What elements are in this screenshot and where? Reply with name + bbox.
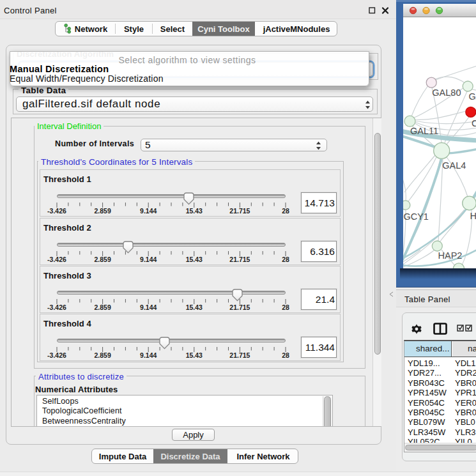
svg-text:HAP2: HAP2 (438, 250, 463, 261)
svg-text:GAL80: GAL80 (432, 88, 461, 98)
svg-text:GAL11: GAL11 (410, 126, 438, 136)
svg-text:GCY1: GCY1 (403, 211, 429, 222)
svg-text:C: C (472, 118, 476, 128)
svg-text:H: H (470, 211, 476, 221)
svg-text:GAL4: GAL4 (442, 160, 466, 171)
svg-text:GA: GA (469, 91, 476, 102)
